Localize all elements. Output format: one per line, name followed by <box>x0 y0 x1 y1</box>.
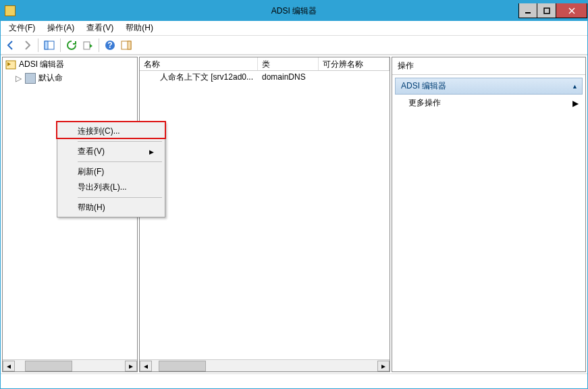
menubar: 文件(F) 操作(A) 查看(V) 帮助(H) <box>1 21 587 36</box>
context-menu-help[interactable]: 帮助(H) <box>59 200 163 215</box>
menu-file[interactable]: 文件(F) <box>3 21 41 35</box>
scroll-track[interactable] <box>152 361 377 371</box>
tree-item-label: 默认命 <box>38 72 63 84</box>
context-menu-separator <box>78 161 162 162</box>
svg-rect-10 <box>128 41 131 49</box>
list-row[interactable]: 人命名上下文 [srv12ad0... domainDNS <box>140 71 390 83</box>
forward-button[interactable] <box>20 38 34 53</box>
scroll-left-button[interactable]: ◂ <box>3 361 15 371</box>
submenu-arrow-icon: ▶ <box>149 149 154 155</box>
tree-root-label: ADSI 编辑器 <box>19 59 64 70</box>
expand-toggle[interactable]: ▷ <box>15 74 22 83</box>
column-header-class[interactable]: 类 <box>258 57 319 70</box>
menu-action[interactable]: 操作(A) <box>42 21 80 35</box>
titlebar: ADSI 编辑器 <box>1 1 587 21</box>
scroll-left-button[interactable]: ◂ <box>140 361 152 371</box>
toolbar-separator <box>99 38 99 52</box>
context-menu-view[interactable]: 查看(V) ▶ <box>59 144 163 159</box>
show-hide-tree-button[interactable] <box>42 38 57 53</box>
column-header-name[interactable]: 名称 <box>140 57 258 70</box>
svg-text:?: ? <box>107 41 112 50</box>
action-more-operations[interactable]: 更多操作 ▶ <box>395 95 583 111</box>
help-icon: ? <box>105 40 115 51</box>
tree-item-default-naming-context[interactable]: ▷ 默认命 <box>5 72 137 84</box>
context-menu-refresh[interactable]: 刷新(F) <box>59 164 163 180</box>
export-list-button[interactable] <box>80 38 95 53</box>
list-panel: 名称 类 可分辨名称 人命名上下文 [srv12ad0... domainDNS… <box>139 57 390 372</box>
client-area: ADSI 编辑器 ▷ 默认命 ◂ ▸ 名称 类 <box>1 55 587 373</box>
scroll-right-button[interactable]: ▸ <box>377 361 390 371</box>
menu-view[interactable]: 查看(V) <box>81 21 119 35</box>
help-button[interactable]: ? <box>103 38 117 53</box>
list-cell-name: 人命名上下文 [srv12ad0... <box>160 72 253 83</box>
app-window: ADSI 编辑器 文件(F) 操作(A) 查看(V) 帮助(H) <box>0 0 588 389</box>
context-menu-separator <box>78 197 162 198</box>
context-menu: 连接到(C)... 查看(V) ▶ 刷新(F) 导出列表(L)... 帮助(H) <box>57 122 165 217</box>
action-group-label: ADSI 编辑器 <box>401 80 446 92</box>
arrow-right-icon <box>22 40 32 51</box>
list-h-scrollbar[interactable]: ◂ ▸ <box>140 359 390 371</box>
toolbar-separator <box>60 38 61 52</box>
context-menu-export-list[interactable]: 导出列表(L)... <box>59 180 163 195</box>
adsi-editor-icon <box>5 59 16 70</box>
svg-rect-5 <box>45 41 48 49</box>
scroll-right-button[interactable]: ▸ <box>125 361 137 371</box>
actions-header: 操作 <box>392 57 585 75</box>
context-menu-label: 导出列表(L)... <box>78 182 127 193</box>
context-menu-connect[interactable]: 连接到(C)... <box>59 124 163 139</box>
export-icon <box>82 40 93 51</box>
context-menu-label: 查看(V) <box>78 146 105 157</box>
list-header: 名称 类 可分辨名称 <box>140 57 390 71</box>
action-group-title[interactable]: ADSI 编辑器 ▲ <box>395 78 583 95</box>
action-pane-icon <box>121 40 132 51</box>
status-bar <box>1 373 587 388</box>
actions-panel: 操作 ADSI 编辑器 ▲ 更多操作 ▶ <box>392 57 586 372</box>
scroll-thumb[interactable] <box>25 361 72 371</box>
scroll-thumb[interactable] <box>159 361 206 371</box>
toolbar: ? <box>1 36 587 55</box>
column-header-dn[interactable]: 可分辨名称 <box>319 57 390 70</box>
back-button[interactable] <box>3 38 18 53</box>
panel-icon <box>44 40 55 51</box>
container-icon <box>25 73 36 84</box>
context-menu-label: 刷新(F) <box>78 166 104 178</box>
tree-h-scrollbar[interactable]: ◂ ▸ <box>3 359 137 371</box>
chevron-right-icon: ▶ <box>572 99 579 108</box>
tree-root[interactable]: ADSI 编辑器 <box>3 57 137 72</box>
refresh-button[interactable] <box>64 38 79 53</box>
window-title: ADSI 编辑器 <box>1 5 587 17</box>
list-cell-dn <box>319 76 390 78</box>
chevron-up-icon: ▲ <box>572 83 578 90</box>
scroll-track[interactable] <box>15 361 125 371</box>
menu-help[interactable]: 帮助(H) <box>120 21 159 35</box>
show-action-pane-button[interactable] <box>119 38 134 53</box>
arrow-left-icon <box>5 40 16 51</box>
context-menu-label: 连接到(C)... <box>78 126 120 137</box>
svg-rect-6 <box>84 42 90 49</box>
context-menu-label: 帮助(H) <box>78 202 105 213</box>
action-link-label: 更多操作 <box>408 97 441 109</box>
context-menu-separator <box>78 141 162 142</box>
refresh-icon <box>66 40 77 51</box>
list-body: 人命名上下文 [srv12ad0... domainDNS <box>140 71 390 359</box>
list-cell-class: domainDNS <box>258 71 319 83</box>
toolbar-separator <box>38 38 38 52</box>
